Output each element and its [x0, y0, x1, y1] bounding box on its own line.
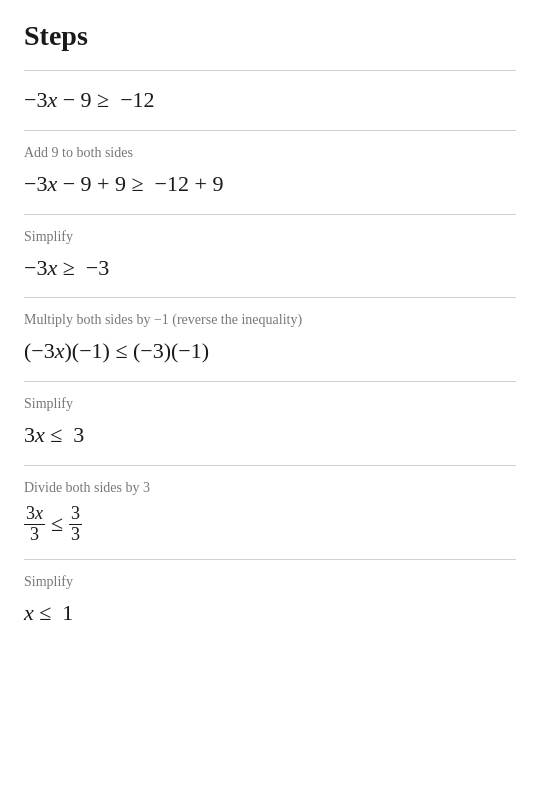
step-initial-expression: −3x − 9 ≥ −12: [24, 85, 516, 116]
step-multiply: Multiply both sides by −1 (reverse the i…: [24, 297, 516, 381]
step-simplify3-expression: x ≤ 1: [24, 598, 516, 629]
step-simplify3-label: Simplify: [24, 574, 516, 590]
fraction-denominator: 3: [28, 525, 41, 545]
step-initial: −3x − 9 ≥ −12: [24, 70, 516, 130]
fraction-3x-over-3: 3x 3: [24, 504, 45, 545]
fraction-3-over-3: 3 3: [69, 504, 82, 545]
fraction-numerator: 3x: [24, 504, 45, 525]
step-divide-label: Divide both sides by 3: [24, 480, 516, 496]
step-add9: Add 9 to both sides −3x − 9 + 9 ≥ −12 + …: [24, 130, 516, 214]
page-title: Steps: [24, 20, 516, 52]
step-simplify3: Simplify x ≤ 1: [24, 559, 516, 643]
step-add9-expression: −3x − 9 + 9 ≥ −12 + 9: [24, 169, 516, 200]
fraction-denominator2: 3: [69, 525, 82, 545]
step-simplify2-label: Simplify: [24, 396, 516, 412]
step-simplify1-expression: −3x ≥ −3: [24, 253, 516, 284]
step-divide-expression: 3x 3 ≤ 3 3: [24, 504, 82, 545]
step-divide: Divide both sides by 3 3x 3 ≤ 3 3: [24, 465, 516, 559]
step-simplify1: Simplify −3x ≥ −3: [24, 214, 516, 298]
step-simplify2: Simplify 3x ≤ 3: [24, 381, 516, 465]
step-multiply-label: Multiply both sides by −1 (reverse the i…: [24, 312, 516, 328]
divide-inequality: ≤: [51, 509, 63, 540]
step-multiply-expression: (−3x)(−1) ≤ (−3)(−1): [24, 336, 516, 367]
step-simplify2-expression: 3x ≤ 3: [24, 420, 516, 451]
fraction-numerator2: 3: [69, 504, 82, 525]
step-add9-label: Add 9 to both sides: [24, 145, 516, 161]
step-simplify1-label: Simplify: [24, 229, 516, 245]
